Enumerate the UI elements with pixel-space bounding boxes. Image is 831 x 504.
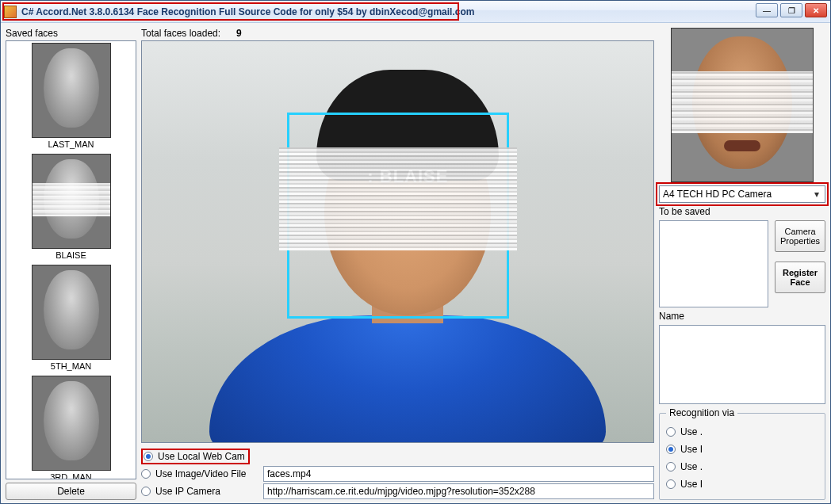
- recog-opt4-radio[interactable]: [666, 479, 676, 489]
- list-item[interactable]: 3RD_MAN: [8, 376, 134, 479]
- face-thumb-name: 5TH_MAN: [8, 361, 134, 371]
- saved-faces-label: Saved faces: [6, 28, 136, 39]
- source-radio-group: Use Local Web Cam Use Image/Video File U…: [141, 448, 654, 500]
- total-faces-value: 9: [236, 28, 242, 39]
- chevron-down-icon: ▾: [810, 189, 823, 200]
- recog-opt4-label: Use I: [680, 479, 703, 490]
- name-input[interactable]: [659, 325, 825, 404]
- face-thumb-name: LAST_MAN: [8, 139, 134, 149]
- list-item[interactable]: 5TH_MAN: [8, 265, 134, 371]
- saved-faces-list[interactable]: LAST_MANBLAISE5TH_MAN3RD_MAN: [6, 40, 136, 479]
- camera-properties-button[interactable]: Camera Properties: [775, 220, 825, 252]
- center-panel: Total faces loaded: 9 : BLAISE Use Local…: [141, 28, 654, 500]
- face-thumb-name: 3RD_MAN: [8, 472, 134, 479]
- recognition-legend: Recognition via: [666, 407, 737, 418]
- recog-opt3-radio[interactable]: [666, 462, 676, 472]
- face-thumb: [32, 376, 111, 471]
- delete-button[interactable]: Delete: [6, 483, 136, 500]
- source-webcam-label: Use Local Web Cam: [158, 451, 245, 462]
- list-item[interactable]: LAST_MAN: [8, 43, 134, 149]
- source-file-radio[interactable]: [141, 469, 151, 479]
- minimize-button[interactable]: —: [756, 3, 778, 17]
- saved-faces-panel: Saved faces LAST_MANBLAISE5TH_MAN3RD_MAN…: [6, 28, 136, 500]
- recog-opt3-label: Use .: [680, 461, 703, 472]
- total-faces-label: Total faces loaded:: [141, 28, 220, 39]
- source-file-label: Use Image/Video File: [155, 468, 258, 479]
- to-be-saved-label: To be saved: [659, 206, 825, 217]
- maximize-button[interactable]: ❐: [780, 3, 802, 17]
- close-button[interactable]: ✕: [805, 3, 827, 17]
- webcam-highlight: Use Local Web Cam: [141, 449, 250, 464]
- video-viewport: : BLAISE: [141, 40, 654, 443]
- list-item[interactable]: BLAISE: [8, 154, 134, 260]
- source-file-input[interactable]: [263, 466, 654, 482]
- source-webcam-radio[interactable]: [144, 452, 153, 461]
- center-header: Total faces loaded: 9: [141, 28, 654, 39]
- recog-opt2-label: Use I: [680, 444, 703, 455]
- recog-opt2-radio[interactable]: [666, 445, 676, 454]
- recog-opt1-radio[interactable]: [666, 427, 676, 437]
- face-thumb-name: BLAISE: [8, 250, 134, 260]
- face-preview: [671, 28, 814, 182]
- face-thumb: [32, 43, 111, 138]
- recog-opt1-label: Use .: [680, 426, 703, 437]
- window-title: C# Accord.Net 3.8.0.6134 Face Recognitio…: [21, 6, 474, 17]
- right-panel: A4 TECH HD PC Camera ▾ To be saved Camer…: [659, 28, 825, 500]
- client-area: Saved faces LAST_MANBLAISE5TH_MAN3RD_MAN…: [1, 23, 830, 504]
- source-ip-radio[interactable]: [141, 487, 151, 496]
- censor-overlay: [279, 147, 517, 250]
- source-ip-input[interactable]: [263, 483, 654, 499]
- face-thumb: [32, 265, 111, 360]
- face-thumb: [32, 154, 111, 249]
- source-ip-label: Use IP Camera: [155, 486, 258, 497]
- recognition-group: Recognition via Use . Use I Use . Use I: [659, 407, 825, 500]
- titlebar: C# Accord.Net 3.8.0.6134 Face Recognitio…: [1, 1, 830, 23]
- camera-select-value: A4 TECH HD PC Camera: [663, 189, 772, 200]
- name-label: Name: [659, 311, 825, 322]
- app-icon: [4, 6, 17, 18]
- window-controls: — ❐ ✕: [756, 3, 827, 17]
- register-face-button[interactable]: Register Face: [775, 262, 825, 293]
- camera-select[interactable]: A4 TECH HD PC Camera ▾: [659, 185, 825, 203]
- to-be-saved-panel: [659, 220, 768, 307]
